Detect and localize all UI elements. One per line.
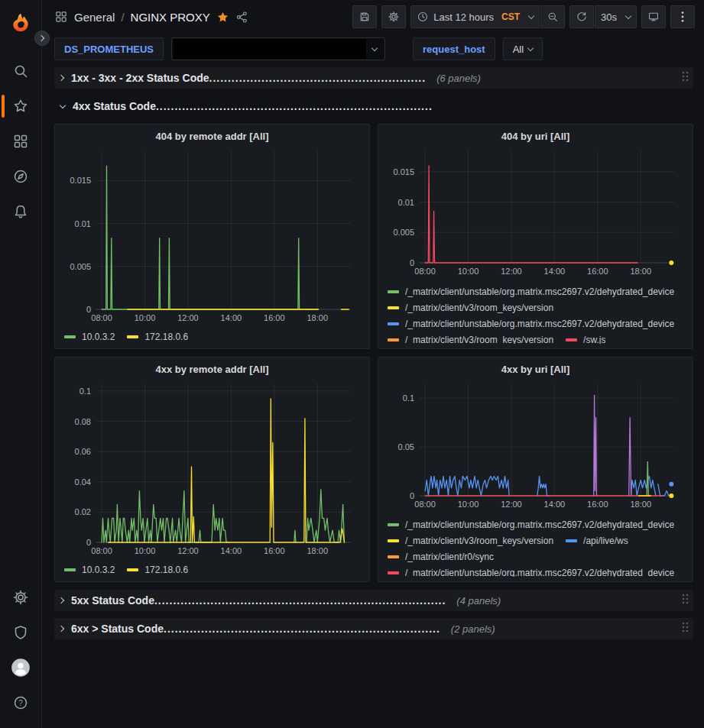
legend-item[interactable]: /_matrix/client/unstable/org.matrix.msc2… bbox=[388, 316, 674, 332]
legend-item[interactable]: 10.0.3.2 bbox=[64, 562, 115, 577]
panel-4xx-by-uri: 4xx by uri [All] 08:0010:0012:0014:0016:… bbox=[378, 357, 693, 582]
sidebar-item-dashboards[interactable] bbox=[0, 124, 42, 159]
x-tick-label: 08:00 bbox=[91, 313, 112, 322]
dashboard-title[interactable]: NGINX PROXY bbox=[131, 11, 210, 24]
series-line bbox=[537, 476, 550, 496]
row-6xx[interactable]: 6xx > Status Code ......................… bbox=[54, 618, 693, 639]
dashboard-grid-icon bbox=[54, 10, 68, 24]
redacted-value bbox=[174, 39, 366, 59]
legend-label: /_matrix/client/unstable/org.matrix.msc2… bbox=[405, 568, 674, 577]
sidebar-expand-button[interactable] bbox=[34, 31, 50, 46]
series-line bbox=[102, 491, 229, 542]
legend-item[interactable]: /_matrix/client/unstable/org.matrix.msc2… bbox=[388, 284, 674, 299]
sidebar-item-explore[interactable] bbox=[0, 159, 42, 194]
variable-ds-prometheus-select[interactable] bbox=[171, 37, 385, 60]
x-tick-label: 16:00 bbox=[264, 546, 285, 555]
x-tick-label: 10:00 bbox=[135, 313, 156, 322]
y-tick-label: 0 bbox=[86, 538, 91, 547]
chevron-down-icon bbox=[528, 12, 534, 18]
zoom-out-button[interactable] bbox=[540, 5, 565, 28]
timeseries-chart[interactable]: 08:0010:0012:0014:0016:0018:0000.050.1 bbox=[386, 379, 685, 515]
row-drag-handle[interactable] bbox=[681, 593, 689, 608]
row-title-leader: ........................................… bbox=[209, 72, 427, 84]
legend-item[interactable]: 10.0.3.2 bbox=[64, 329, 115, 344]
legend-item[interactable]: 172.18.0.6 bbox=[127, 562, 188, 577]
panel-title[interactable]: 4xx by remote addr [All] bbox=[63, 361, 362, 379]
legend-item[interactable]: /_matrix/client/v3/room_keys/version bbox=[388, 533, 553, 548]
legend-item[interactable]: /sw.js bbox=[566, 332, 605, 344]
row-title: 6xx > Status Code bbox=[71, 623, 164, 635]
timeseries-chart[interactable]: 08:0010:0012:0014:0016:0018:0000.0050.01… bbox=[386, 146, 685, 282]
variable-request-host-select[interactable]: All bbox=[503, 37, 543, 60]
panel-grid-bottom: 4xx by remote addr [All] 08:0010:0012:00… bbox=[54, 357, 693, 582]
y-tick-label: 0 bbox=[86, 305, 91, 314]
series-end-dot bbox=[669, 260, 673, 265]
kebab-menu-button[interactable] bbox=[670, 5, 695, 28]
timezone-label: CST bbox=[501, 11, 520, 22]
x-tick-label: 18:00 bbox=[307, 546, 328, 555]
panel-title[interactable]: 404 by uri [All] bbox=[386, 128, 685, 146]
save-dashboard-button[interactable] bbox=[352, 5, 377, 28]
breadcrumb[interactable]: General / NGINX PROXY bbox=[54, 10, 210, 24]
sidebar-item-help[interactable]: ? bbox=[0, 685, 42, 720]
time-range-picker[interactable]: Last 12 hours CST bbox=[410, 5, 540, 28]
x-tick-label: 14:00 bbox=[544, 267, 566, 276]
legend-item[interactable]: /_matrix/client/v3/room_keys/version bbox=[388, 300, 553, 315]
legend-marker bbox=[127, 568, 138, 571]
row-panel-count: (4 panels) bbox=[456, 595, 501, 607]
bell-icon bbox=[12, 203, 29, 220]
variable-ds-prometheus-label[interactable]: DS_PROMETHEUS bbox=[54, 37, 164, 60]
chart-canvas[interactable]: 08:0010:0012:0014:0016:0018:0000.0050.01… bbox=[63, 146, 362, 326]
sidebar-item-alerting[interactable] bbox=[0, 194, 42, 229]
sidebar-item-profile[interactable] bbox=[0, 650, 42, 685]
timeseries-chart[interactable]: 08:0010:0012:0014:0016:0018:0000.0050.01… bbox=[63, 146, 362, 327]
legend-item[interactable]: /_matrix/client/r0/sync bbox=[388, 549, 494, 565]
legend-label: 10.0.3.2 bbox=[82, 565, 115, 575]
tv-mode-button[interactable] bbox=[641, 5, 666, 28]
panel-title[interactable]: 404 by remote addr [All] bbox=[63, 128, 362, 146]
legend-label: /_matrix/client/unstable/org.matrix.msc2… bbox=[405, 319, 674, 329]
legend-item[interactable]: /_matrix/client/unstable/org.matrix.msc2… bbox=[388, 565, 674, 577]
x-tick-label: 10:00 bbox=[458, 500, 479, 509]
row-5xx[interactable]: 5xx Status Code ........................… bbox=[54, 590, 693, 611]
y-tick-label: 0.1 bbox=[403, 393, 414, 403]
legend-label: /_matrix/client/v3/room_keys/version bbox=[405, 535, 553, 546]
legend-item[interactable]: /_matrix/client/unstable/org.matrix.msc2… bbox=[388, 517, 674, 532]
sidebar-item-server-admin[interactable] bbox=[0, 615, 42, 650]
star-filled-icon[interactable] bbox=[216, 11, 229, 24]
variable-request-host-label[interactable]: request_host bbox=[413, 37, 495, 60]
row-4xx[interactable]: 4xx Status Code ........................… bbox=[54, 95, 693, 117]
breadcrumb-folder[interactable]: General bbox=[74, 11, 115, 24]
refresh-button[interactable] bbox=[569, 5, 594, 28]
refresh-interval-picker[interactable]: 30s bbox=[595, 5, 637, 28]
chart-canvas[interactable]: 08:0010:0012:0014:0016:0018:0000.0050.01… bbox=[386, 146, 685, 280]
x-tick-label: 14:00 bbox=[544, 500, 566, 509]
legend-label: /_matrix/client/v3/room_keys/version bbox=[405, 303, 553, 313]
clock-icon bbox=[417, 11, 429, 23]
legend-marker bbox=[388, 571, 399, 574]
sidebar-item-search[interactable] bbox=[0, 53, 42, 89]
zoom-out-icon bbox=[547, 11, 559, 23]
row-title: 4xx Status Code bbox=[73, 100, 156, 112]
legend-item[interactable]: 172.18.0.6 bbox=[127, 329, 188, 344]
sidebar-item-configuration[interactable] bbox=[0, 580, 42, 615]
y-tick-label: 0.1 bbox=[79, 387, 91, 396]
legend-item[interactable]: /_matrix/client/v3/room_keys/version bbox=[388, 332, 553, 344]
chart-canvas[interactable]: 08:0010:0012:0014:0016:0018:0000.050.1 bbox=[386, 379, 685, 513]
series-line bbox=[658, 484, 669, 496]
shield-icon bbox=[12, 624, 29, 641]
timeseries-chart[interactable]: 08:0010:0012:0014:0016:0018:0000.020.040… bbox=[63, 379, 362, 560]
panel-title[interactable]: 4xx by uri [All] bbox=[386, 361, 685, 379]
drag-dots-icon bbox=[681, 621, 689, 633]
dashboard-settings-button[interactable] bbox=[381, 5, 406, 28]
compass-icon bbox=[12, 168, 29, 185]
share-icon[interactable] bbox=[235, 11, 248, 24]
chart-canvas[interactable]: 08:0010:0012:0014:0016:0018:0000.020.040… bbox=[63, 379, 362, 559]
x-tick-label: 18:00 bbox=[630, 500, 651, 509]
row-drag-handle[interactable] bbox=[681, 70, 689, 86]
sidebar-item-starred[interactable] bbox=[0, 89, 42, 124]
row-1xx-3xx-2xx[interactable]: 1xx - 3xx - 2xx Status Code ............… bbox=[54, 67, 693, 89]
row-drag-handle[interactable] bbox=[681, 621, 689, 636]
legend-item[interactable]: /api/live/ws bbox=[566, 533, 628, 548]
panel-grid-top: 404 by remote addr [All] 08:0010:0012:00… bbox=[54, 124, 693, 349]
